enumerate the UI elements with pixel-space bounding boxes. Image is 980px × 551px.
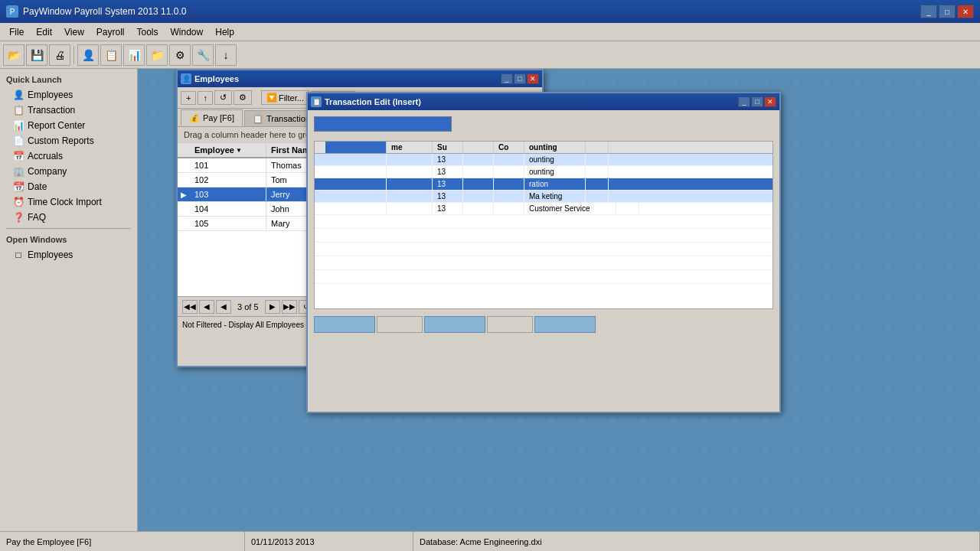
- status-bar: Pay the Employee [F6] 01/11/2013 2013 Da…: [0, 531, 980, 551]
- sidebar-open-employees[interactable]: □ Employees: [0, 247, 137, 262]
- transaction-row[interactable]: [315, 270, 773, 284]
- report-center-icon: 📊: [12, 119, 24, 132]
- transaction-row[interactable]: 13 ounting: [315, 166, 773, 178]
- transaction-row[interactable]: [315, 229, 773, 243]
- employee-id-1: 101: [190, 158, 266, 172]
- sidebar-item-faq[interactable]: ❓ FAQ: [0, 210, 137, 225]
- menu-window[interactable]: Window: [165, 25, 210, 39]
- transaction-row[interactable]: [315, 256, 773, 270]
- employee-col-header[interactable]: Employee ▼: [190, 143, 266, 157]
- transactions-tab-icon: 📋: [253, 113, 263, 124]
- trans-cell-2-2: [387, 166, 433, 178]
- sidebar-item-time-clock-label: Time Clock Import: [28, 197, 102, 207]
- nav-back-btn[interactable]: ◀: [216, 300, 231, 314]
- refresh-btn[interactable]: ↺: [214, 90, 232, 105]
- nav-last-btn[interactable]: ▶▶: [282, 300, 297, 314]
- row-ind-5: [315, 203, 325, 214]
- trans-cell-2-4: [463, 166, 494, 178]
- menu-help[interactable]: Help: [209, 25, 240, 39]
- row-indicator-3: ▶: [178, 187, 190, 201]
- transaction-row[interactable]: 13 Customer Service: [315, 203, 773, 215]
- sidebar-item-company[interactable]: 🏢 Company: [0, 164, 137, 179]
- menu-edit[interactable]: Edit: [30, 25, 58, 39]
- transaction-name-input[interactable]: [314, 116, 452, 132]
- bottom-panel-4: [487, 316, 533, 333]
- transaction-close-btn[interactable]: ✕: [764, 96, 776, 107]
- maximize-button[interactable]: □: [939, 5, 956, 18]
- trans-cell-3-6: ration: [524, 178, 586, 190]
- menu-payroll[interactable]: Payroll: [90, 25, 131, 39]
- custom-reports-icon: 📄: [12, 135, 24, 147]
- toolbar-btn-7[interactable]: 📁: [146, 44, 168, 66]
- transaction-row[interactable]: 13 Ma keting: [315, 191, 773, 203]
- row-indicator-4: [178, 202, 190, 216]
- trans-cell-3-3: 13: [433, 178, 463, 190]
- company-icon: 🏢: [12, 165, 24, 178]
- transaction-row[interactable]: [315, 243, 773, 256]
- trans-cell-3-7: [586, 178, 609, 190]
- tab-pay[interactable]: 💰 Pay [F6]: [181, 109, 243, 126]
- employee-id-4: 104: [190, 202, 266, 216]
- add-employee-btn[interactable]: +: [181, 91, 196, 105]
- status-text-3: Database: Acme Engineering.dxi: [420, 537, 542, 546]
- nav-next-btn[interactable]: ▶: [265, 300, 280, 314]
- toolbar-btn-3[interactable]: 🖨: [49, 44, 70, 66]
- transaction-minimize-btn[interactable]: _: [738, 96, 750, 107]
- employees-maximize-btn[interactable]: □: [514, 73, 526, 84]
- menu-tools[interactable]: Tools: [131, 25, 165, 39]
- employees-minimize-btn[interactable]: _: [501, 73, 513, 84]
- transaction-form: [308, 110, 779, 141]
- title-controls: _ □ ✕: [920, 5, 974, 18]
- trans-cell-5-7: [616, 203, 639, 214]
- close-button[interactable]: ✕: [957, 5, 974, 18]
- sidebar-item-date[interactable]: 📆 Date: [0, 179, 137, 194]
- nav-prev-btn[interactable]: ◀: [199, 300, 214, 314]
- menu-file[interactable]: File: [3, 25, 30, 39]
- trans-cell-5-4: [463, 203, 494, 214]
- settings-btn[interactable]: ⚙: [234, 90, 252, 105]
- toolbar-btn-9[interactable]: 🔧: [192, 44, 214, 66]
- nav-count: 3 of 5: [233, 302, 263, 311]
- toolbar-btn-1[interactable]: 📂: [3, 44, 24, 66]
- trans-cell-3-2: [387, 178, 433, 190]
- transaction-row[interactable]: 13 ounting: [315, 154, 773, 166]
- transaction-row[interactable]: [315, 215, 773, 229]
- employee-id-3: 103: [190, 187, 266, 201]
- filter-btn[interactable]: 🔽 Filter...: [261, 90, 309, 105]
- transaction-row[interactable]: 13 ration: [315, 178, 773, 191]
- sidebar-item-time-clock-import[interactable]: ⏰ Time Clock Import: [0, 194, 137, 210]
- minimize-button[interactable]: _: [920, 5, 937, 18]
- sidebar-item-employees[interactable]: 👤 Employees: [0, 87, 137, 103]
- trans-cell-5-6: Customer Service: [524, 203, 616, 214]
- transaction-window-title: Transaction Edit (Insert): [325, 97, 421, 106]
- sidebar-item-transaction-label: Transaction: [28, 105, 75, 116]
- sidebar-item-employees-label: Employees: [28, 90, 73, 100]
- sidebar-item-transaction[interactable]: 📋 Transaction: [0, 103, 137, 118]
- col-header-co[interactable]: Co: [494, 142, 524, 153]
- separator-1: [74, 46, 74, 64]
- toolbar-btn-2[interactable]: 💾: [26, 44, 47, 66]
- quick-launch-label: Quick Launch: [0, 72, 137, 87]
- toolbar-btn-4[interactable]: 👤: [77, 44, 99, 66]
- col-header-me[interactable]: me: [387, 142, 433, 153]
- sidebar: Quick Launch 👤 Employees 📋 Transaction 📊…: [0, 69, 138, 531]
- toolbar-btn-10[interactable]: ↓: [215, 44, 237, 66]
- sidebar-item-report-center[interactable]: 📊 Report Center: [0, 118, 137, 133]
- up-btn[interactable]: ↑: [198, 91, 213, 105]
- nav-first-btn[interactable]: ◀◀: [182, 300, 198, 314]
- toolbar-btn-8[interactable]: ⚙: [169, 44, 191, 66]
- col-header-su[interactable]: Su: [433, 142, 463, 153]
- sidebar-item-custom-reports[interactable]: 📄 Custom Reports: [0, 133, 137, 148]
- trans-cell-2-3: 13: [433, 166, 463, 178]
- toolbar-btn-5[interactable]: 📋: [100, 44, 122, 66]
- col-header-counting[interactable]: ounting: [524, 142, 586, 153]
- menu-view[interactable]: View: [58, 25, 90, 39]
- toolbar-btn-6[interactable]: 📊: [123, 44, 145, 66]
- status-panel-3: Database: Acme Engineering.dxi: [413, 532, 980, 551]
- employees-close-btn[interactable]: ✕: [527, 73, 539, 84]
- col-header-1[interactable]: [325, 142, 387, 153]
- transaction-maximize-btn[interactable]: □: [751, 96, 763, 107]
- sidebar-item-accruals[interactable]: 📅 Accruals: [0, 148, 137, 164]
- bottom-panel-2: [377, 316, 423, 333]
- row-indicator-1: [178, 158, 190, 172]
